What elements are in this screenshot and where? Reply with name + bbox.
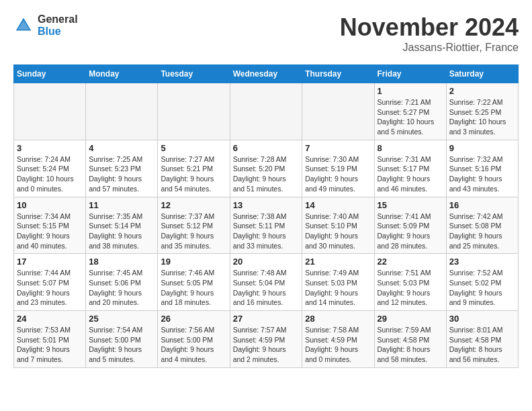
calendar-cell: 16Sunrise: 7:42 AM Sunset: 5:08 PM Dayli… xyxy=(446,197,518,254)
day-info: Sunrise: 7:21 AM Sunset: 5:27 PM Dayligh… xyxy=(378,97,443,137)
calendar-cell: 10Sunrise: 7:34 AM Sunset: 5:15 PM Dayli… xyxy=(14,197,86,254)
calendar-cell: 6Sunrise: 7:28 AM Sunset: 5:20 PM Daylig… xyxy=(230,140,302,197)
calendar-cell: 18Sunrise: 7:45 AM Sunset: 5:06 PM Dayli… xyxy=(86,254,158,311)
weekday-header-wednesday: Wednesday xyxy=(230,65,302,83)
calendar-week-4: 17Sunrise: 7:44 AM Sunset: 5:07 PM Dayli… xyxy=(14,254,519,311)
day-number: 18 xyxy=(89,257,154,267)
day-number: 3 xyxy=(17,143,83,153)
day-info: Sunrise: 7:25 AM Sunset: 5:23 PM Dayligh… xyxy=(89,154,154,194)
day-number: 2 xyxy=(449,86,515,96)
day-number: 28 xyxy=(305,314,371,324)
day-number: 20 xyxy=(233,257,300,267)
calendar-cell: 15Sunrise: 7:41 AM Sunset: 5:09 PM Dayli… xyxy=(374,197,446,254)
day-number: 5 xyxy=(161,143,226,153)
logo: General Blue xyxy=(13,13,78,37)
day-info: Sunrise: 7:40 AM Sunset: 5:10 PM Dayligh… xyxy=(305,212,371,251)
day-info: Sunrise: 7:24 AM Sunset: 5:24 PM Dayligh… xyxy=(17,154,83,194)
calendar-body: 1Sunrise: 7:21 AM Sunset: 5:27 PM Daylig… xyxy=(14,83,519,368)
day-info: Sunrise: 7:34 AM Sunset: 5:15 PM Dayligh… xyxy=(17,212,83,251)
month-title: November 2024 xyxy=(340,13,519,42)
day-info: Sunrise: 7:51 AM Sunset: 5:03 PM Dayligh… xyxy=(378,268,443,308)
calendar-cell: 19Sunrise: 7:46 AM Sunset: 5:05 PM Dayli… xyxy=(158,254,230,311)
day-info: Sunrise: 7:52 AM Sunset: 5:02 PM Dayligh… xyxy=(449,268,515,308)
calendar-cell xyxy=(158,83,230,140)
day-info: Sunrise: 7:44 AM Sunset: 5:07 PM Dayligh… xyxy=(17,268,83,308)
day-info: Sunrise: 7:56 AM Sunset: 5:00 PM Dayligh… xyxy=(161,325,226,365)
calendar-cell xyxy=(230,83,302,140)
calendar-cell xyxy=(302,83,374,140)
day-number: 7 xyxy=(305,143,371,153)
weekday-header-sunday: Sunday xyxy=(14,65,86,83)
calendar-cell: 30Sunrise: 8:01 AM Sunset: 4:58 PM Dayli… xyxy=(446,311,518,368)
calendar-cell: 2Sunrise: 7:22 AM Sunset: 5:25 PM Daylig… xyxy=(446,83,518,140)
day-number: 14 xyxy=(305,200,371,210)
calendar-cell: 28Sunrise: 7:58 AM Sunset: 4:59 PM Dayli… xyxy=(302,311,374,368)
calendar-cell: 21Sunrise: 7:49 AM Sunset: 5:03 PM Dayli… xyxy=(302,254,374,311)
day-info: Sunrise: 7:35 AM Sunset: 5:14 PM Dayligh… xyxy=(89,212,154,251)
calendar-cell: 11Sunrise: 7:35 AM Sunset: 5:14 PM Dayli… xyxy=(86,197,158,254)
day-number: 30 xyxy=(449,314,515,324)
day-info: Sunrise: 7:28 AM Sunset: 5:20 PM Dayligh… xyxy=(233,154,300,194)
day-info: Sunrise: 7:58 AM Sunset: 4:59 PM Dayligh… xyxy=(305,325,371,365)
day-number: 9 xyxy=(449,143,515,153)
calendar-cell: 8Sunrise: 7:31 AM Sunset: 5:17 PM Daylig… xyxy=(374,140,446,197)
day-number: 27 xyxy=(233,314,300,324)
calendar-week-2: 3Sunrise: 7:24 AM Sunset: 5:24 PM Daylig… xyxy=(14,140,519,197)
day-number: 23 xyxy=(449,257,515,267)
day-info: Sunrise: 7:46 AM Sunset: 5:05 PM Dayligh… xyxy=(161,268,226,308)
day-info: Sunrise: 7:57 AM Sunset: 4:59 PM Dayligh… xyxy=(233,325,300,365)
calendar-cell xyxy=(86,83,158,140)
day-info: Sunrise: 7:48 AM Sunset: 5:04 PM Dayligh… xyxy=(233,268,300,308)
day-info: Sunrise: 7:41 AM Sunset: 5:09 PM Dayligh… xyxy=(378,212,443,251)
calendar-cell: 24Sunrise: 7:53 AM Sunset: 5:01 PM Dayli… xyxy=(14,311,86,368)
day-number: 25 xyxy=(89,314,154,324)
day-number: 8 xyxy=(378,143,443,153)
weekday-header-saturday: Saturday xyxy=(446,65,518,83)
calendar-cell: 25Sunrise: 7:54 AM Sunset: 5:00 PM Dayli… xyxy=(86,311,158,368)
calendar-cell: 14Sunrise: 7:40 AM Sunset: 5:10 PM Dayli… xyxy=(302,197,374,254)
day-info: Sunrise: 8:01 AM Sunset: 4:58 PM Dayligh… xyxy=(449,325,515,365)
day-number: 21 xyxy=(305,257,371,267)
logo-icon xyxy=(13,15,34,36)
calendar-cell: 12Sunrise: 7:37 AM Sunset: 5:12 PM Dayli… xyxy=(158,197,230,254)
day-info: Sunrise: 7:42 AM Sunset: 5:08 PM Dayligh… xyxy=(449,212,515,251)
calendar-cell: 26Sunrise: 7:56 AM Sunset: 5:00 PM Dayli… xyxy=(158,311,230,368)
weekday-header-friday: Friday xyxy=(374,65,446,83)
logo-blue-text: Blue xyxy=(38,26,78,38)
day-info: Sunrise: 7:22 AM Sunset: 5:25 PM Dayligh… xyxy=(449,97,515,137)
day-number: 22 xyxy=(378,257,443,267)
calendar-week-5: 24Sunrise: 7:53 AM Sunset: 5:01 PM Dayli… xyxy=(14,311,519,368)
calendar-table: SundayMondayTuesdayWednesdayThursdayFrid… xyxy=(13,64,519,368)
calendar-cell: 13Sunrise: 7:38 AM Sunset: 5:11 PM Dayli… xyxy=(230,197,302,254)
calendar-cell: 23Sunrise: 7:52 AM Sunset: 5:02 PM Dayli… xyxy=(446,254,518,311)
day-number: 26 xyxy=(161,314,226,324)
day-number: 13 xyxy=(233,200,300,210)
day-info: Sunrise: 7:30 AM Sunset: 5:19 PM Dayligh… xyxy=(305,154,371,194)
calendar-cell: 27Sunrise: 7:57 AM Sunset: 4:59 PM Dayli… xyxy=(230,311,302,368)
calendar-cell: 17Sunrise: 7:44 AM Sunset: 5:07 PM Dayli… xyxy=(14,254,86,311)
day-number: 11 xyxy=(89,200,154,210)
calendar-cell: 29Sunrise: 7:59 AM Sunset: 4:58 PM Dayli… xyxy=(374,311,446,368)
day-number: 29 xyxy=(378,314,443,324)
day-info: Sunrise: 7:32 AM Sunset: 5:16 PM Dayligh… xyxy=(449,154,515,194)
day-number: 17 xyxy=(17,257,83,267)
calendar-cell xyxy=(14,83,86,140)
title-block: November 2024 Jassans-Riottier, France xyxy=(340,13,519,54)
weekday-row: SundayMondayTuesdayWednesdayThursdayFrid… xyxy=(14,65,519,83)
calendar-week-1: 1Sunrise: 7:21 AM Sunset: 5:27 PM Daylig… xyxy=(14,83,519,140)
day-number: 4 xyxy=(89,143,154,153)
calendar-cell: 3Sunrise: 7:24 AM Sunset: 5:24 PM Daylig… xyxy=(14,140,86,197)
day-info: Sunrise: 7:45 AM Sunset: 5:06 PM Dayligh… xyxy=(89,268,154,308)
logo-text: General Blue xyxy=(38,13,78,37)
calendar-cell: 1Sunrise: 7:21 AM Sunset: 5:27 PM Daylig… xyxy=(374,83,446,140)
day-info: Sunrise: 7:37 AM Sunset: 5:12 PM Dayligh… xyxy=(161,212,226,251)
weekday-header-tuesday: Tuesday xyxy=(158,65,230,83)
calendar-cell: 4Sunrise: 7:25 AM Sunset: 5:23 PM Daylig… xyxy=(86,140,158,197)
calendar-cell: 5Sunrise: 7:27 AM Sunset: 5:21 PM Daylig… xyxy=(158,140,230,197)
location: Jassans-Riottier, France xyxy=(340,42,519,54)
day-info: Sunrise: 7:59 AM Sunset: 4:58 PM Dayligh… xyxy=(378,325,443,365)
day-number: 19 xyxy=(161,257,226,267)
day-number: 24 xyxy=(17,314,83,324)
calendar-cell: 22Sunrise: 7:51 AM Sunset: 5:03 PM Dayli… xyxy=(374,254,446,311)
day-info: Sunrise: 7:49 AM Sunset: 5:03 PM Dayligh… xyxy=(305,268,371,308)
